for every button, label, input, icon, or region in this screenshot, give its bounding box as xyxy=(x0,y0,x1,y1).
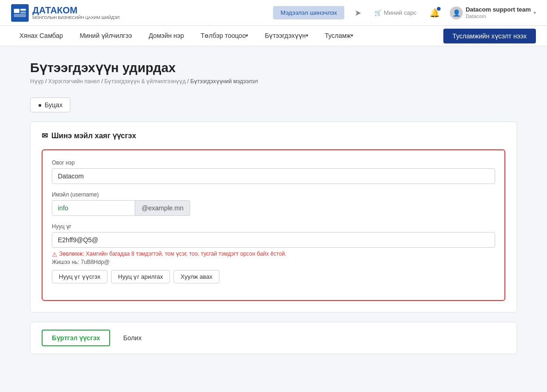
email-domain: @example.mn xyxy=(135,200,190,216)
password-warn-text: Зөвлөмж: Хамгийн багадаа 8 тэмдэгтэй, то… xyxy=(59,251,286,257)
logo-subtitle: МОНГОЛЫН БИЗНЕСИЙН ЦАХИМ ШИЙДЭЛ xyxy=(32,15,119,20)
show-password-button[interactable]: Нууц үг арилгах xyxy=(111,270,170,283)
generate-password-button[interactable]: Нууц үг үүсгэх xyxy=(52,270,107,283)
share-icon: ➤ xyxy=(354,8,361,18)
user-menu[interactable]: 👤 Datacom support team Datacom ▾ xyxy=(450,6,536,19)
main-content: Бүтээгдэхүүн удирдах Нүүр / Хэрэглэгчийн… xyxy=(19,46,528,373)
last-name-group: Овог нэр xyxy=(52,159,495,184)
logo-icon xyxy=(11,4,29,22)
back-button[interactable]: ● Буцах xyxy=(30,98,70,112)
page-title: Бүтээгдэхүүн удирдах xyxy=(30,60,517,75)
password-actions: Нууц үг үүсгэх Нууц үг арилгах Хуулж ава… xyxy=(52,270,495,283)
user-sub: Datacom xyxy=(466,13,531,19)
refresh-button[interactable]: Мэдээлэл шинэчлэх xyxy=(273,6,344,19)
email-group: Имэйл (username) @example.mn xyxy=(52,191,495,216)
header-right: Мэдээлэл шинэчлэх ➤ 🛒 Миний сарс 🔔 👤 Dat… xyxy=(273,6,536,20)
chevron-down-icon: ▾ xyxy=(534,10,536,15)
breadcrumb-panel[interactable]: Хэрэглэгчийн панел xyxy=(48,78,99,85)
nav-item-help[interactable]: Тусламж xyxy=(317,26,362,46)
last-name-input[interactable] xyxy=(52,168,495,184)
svg-rect-2 xyxy=(20,12,26,13)
password-example: Жишээ нь: 7uB8Hdp@ xyxy=(52,259,110,265)
nav-item-billing[interactable]: Төлбэр тооцоо xyxy=(193,26,257,46)
cart-icon: 🛒 xyxy=(374,9,382,16)
breadcrumb: Нүүр / Хэрэглэгчийн панел / Бүтээгдэхүүн… xyxy=(30,78,517,85)
notification-button[interactable]: 🔔 xyxy=(427,6,442,20)
nav-item-dashboard[interactable]: Хянах Самбар xyxy=(11,26,71,46)
header: ДАТАКОМ МОНГОЛЫН БИЗНЕСИЙН ЦАХИМ ШИЙДЭЛ … xyxy=(0,0,547,26)
password-warn: ⚠ Зөвлөмж: Хамгийн багадаа 8 тэмдэгтэй, … xyxy=(52,251,495,258)
password-label: Нууц үг xyxy=(52,223,495,230)
nav-item-services[interactable]: Миний үйлчилгээ xyxy=(71,26,140,46)
breadcrumb-current: Бүтээгдэхүүний мэдээлэл xyxy=(190,78,258,85)
main-nav: Хянах Самбар Миний үйлчилгээ Домэйн нэр … xyxy=(0,26,547,46)
svg-rect-3 xyxy=(14,14,26,17)
user-info: Datacom support team Datacom xyxy=(466,6,531,19)
mail-icon: ✉ xyxy=(42,131,48,140)
user-name: Datacom support team xyxy=(466,6,531,13)
support-request-button[interactable]: Тусламжийн хүсэлт нээх xyxy=(443,29,536,43)
breadcrumb-home[interactable]: Нүүр xyxy=(30,78,44,85)
password-group: Нууц үг ⚠ Зөвлөмж: Хамгийн багадаа 8 тэм… xyxy=(52,223,495,283)
last-name-label: Овог нэр xyxy=(52,159,495,166)
logo-text: ДАТАКОМ МОНГОЛЫН БИЗНЕСИЙН ЦАХИМ ШИЙДЭЛ xyxy=(32,5,119,20)
cancel-button[interactable]: Болих xyxy=(116,331,149,345)
section-title: ✉ Шинэ мэйл хаяг үүсгэх xyxy=(42,131,505,140)
logo-title: ДАТАКОМ xyxy=(32,5,119,15)
user-icon: 👤 xyxy=(453,9,460,17)
back-icon: ● xyxy=(38,101,42,109)
cart-button[interactable]: 🛒 Миний сарс xyxy=(372,7,419,18)
submit-button[interactable]: Бүртгэл үүсгэх xyxy=(42,330,110,346)
notification-dot xyxy=(437,7,441,11)
section-card: ✉ Шинэ мэйл хаяг үүсгэх Овог нэр Имэйл (… xyxy=(30,122,517,312)
svg-rect-1 xyxy=(20,9,26,11)
warn-icon: ⚠ xyxy=(52,251,57,258)
email-row: @example.mn xyxy=(52,200,495,216)
share-button[interactable]: ➤ xyxy=(352,6,364,20)
svg-rect-0 xyxy=(14,9,19,13)
form-section: Овог нэр Имэйл (username) @example.mn Ну… xyxy=(42,149,505,301)
logo: ДАТАКОМ МОНГОЛЫН БИЗНЕСИЙН ЦАХИМ ШИЙДЭЛ xyxy=(11,4,119,22)
copy-password-button[interactable]: Хуулж авах xyxy=(174,270,219,283)
action-bar: Бүртгэл үүсгэх Болих xyxy=(30,322,517,354)
password-input[interactable] xyxy=(52,232,495,248)
email-label: Имэйл (username) xyxy=(52,191,495,198)
password-hint: ⚠ Зөвлөмж: Хамгийн багадаа 8 тэмдэгтэй, … xyxy=(52,251,495,265)
avatar: 👤 xyxy=(450,6,463,19)
email-input[interactable] xyxy=(52,200,135,216)
nav-item-domain[interactable]: Домэйн нэр xyxy=(140,26,192,46)
nav-item-products[interactable]: Бүтээгдэхүүн xyxy=(256,26,316,46)
breadcrumb-products[interactable]: Бүтээгдэхүүн & үйлчилгээнүүд xyxy=(105,78,186,85)
